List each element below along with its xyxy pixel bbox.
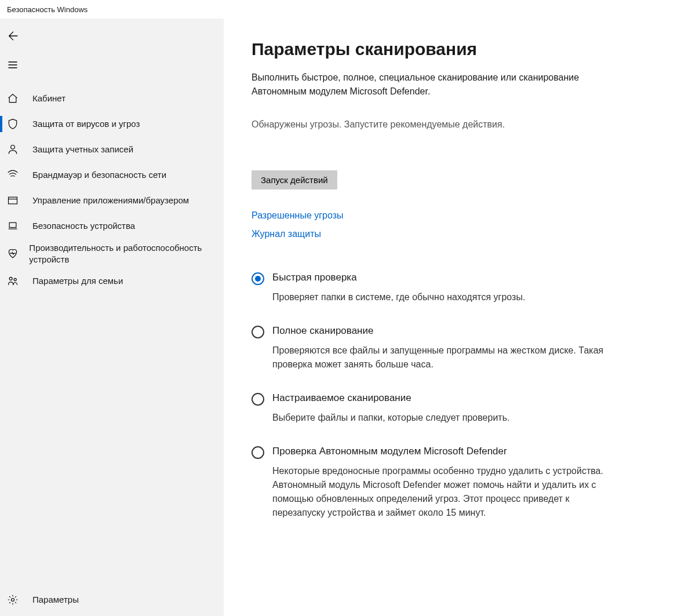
scan-option-desc: Некоторые вредоносные программы особенно…: [272, 464, 611, 520]
svg-point-5: [12, 599, 14, 602]
sidebar-bottom: Параметры: [0, 587, 224, 616]
back-arrow-icon: [7, 30, 20, 42]
scan-options: Быстрая проверка Проверяет папки в систе…: [252, 272, 611, 520]
scan-option-desc: Проверяются все файлы и запущенные прогр…: [272, 344, 611, 371]
sidebar-item-label: Брандмауэр и безопасность сети: [32, 169, 173, 181]
main-content: Параметры сканирования Выполнить быстрое…: [224, 19, 696, 616]
run-actions-button[interactable]: Запуск действий: [252, 170, 337, 189]
scan-option-title: Быстрая проверка: [272, 272, 611, 283]
page-title: Параметры сканирования: [252, 39, 668, 59]
sidebar-item-family[interactable]: Параметры для семьи: [0, 268, 224, 294]
titlebar: Безопасность Windows: [0, 0, 696, 19]
scan-text: Полное сканирование Проверяются все файл…: [272, 325, 611, 371]
sidebar-item-settings[interactable]: Параметры: [0, 587, 224, 613]
svg-point-0: [11, 145, 15, 150]
hamburger-icon: [7, 59, 19, 71]
radio-col: [252, 392, 272, 425]
scan-text: Настраиваемое сканирование Выберите файл…: [272, 392, 611, 425]
app-body: Кабинет Защита от вирусов и угроз: [0, 19, 696, 616]
svg-point-3: [9, 277, 12, 280]
sidebar-item-firewall[interactable]: Брандмауэр и безопасность сети: [0, 162, 224, 188]
sidebar-item-label: Управление приложениями/браузером: [32, 195, 196, 206]
status-text: Обнаружены угрозы. Запустите рекомендуем…: [252, 119, 668, 130]
home-icon: [7, 93, 32, 104]
protection-history-link[interactable]: Журнал защиты: [252, 229, 668, 239]
svg-rect-1: [9, 197, 17, 204]
allowed-threats-link[interactable]: Разрешенные угрозы: [252, 210, 668, 221]
sidebar-item-home[interactable]: Кабинет: [0, 86, 224, 111]
radio-col: [252, 446, 272, 520]
scan-option-custom[interactable]: Настраиваемое сканирование Выберите файл…: [252, 392, 611, 425]
sidebar-item-label: Защита от вирусов и угроз: [32, 118, 147, 130]
sidebar-item-label: Параметры для семьи: [32, 275, 130, 287]
radio-offline[interactable]: [252, 446, 264, 459]
family-icon: [7, 275, 32, 287]
scan-text: Проверка Автономным модулем Microsoft De…: [272, 446, 611, 520]
sidebar-item-label: Производительность и работоспособность у…: [29, 242, 224, 265]
svg-point-4: [14, 278, 16, 280]
scan-option-offline[interactable]: Проверка Автономным модулем Microsoft De…: [252, 446, 611, 520]
window-title: Безопасность Windows: [7, 5, 88, 14]
sidebar-item-label: Безопасность устройства: [32, 220, 142, 232]
svg-rect-2: [9, 223, 16, 227]
scan-option-title: Проверка Автономным модулем Microsoft De…: [272, 446, 611, 457]
sidebar-item-health[interactable]: Производительность и работоспособность у…: [0, 239, 224, 268]
sidebar-item-label: Кабинет: [32, 93, 72, 104]
sidebar-item-label: Параметры: [32, 594, 86, 606]
hamburger-button[interactable]: [0, 52, 28, 78]
radio-col: [252, 272, 272, 304]
radio-quick[interactable]: [252, 272, 264, 285]
scan-option-quick[interactable]: Быстрая проверка Проверяет папки в систе…: [252, 272, 611, 304]
sidebar-item-virus[interactable]: Защита от вирусов и угроз: [0, 111, 224, 137]
radio-full[interactable]: [252, 326, 264, 338]
person-icon: [7, 144, 32, 155]
links-block: Разрешенные угрозы Журнал защиты: [252, 210, 668, 239]
scan-text: Быстрая проверка Проверяет папки в систе…: [272, 272, 611, 304]
scan-option-title: Полное сканирование: [272, 325, 611, 337]
scan-option-desc: Проверяет папки в системе, где обычно на…: [272, 290, 611, 304]
scan-option-full[interactable]: Полное сканирование Проверяются все файл…: [252, 325, 611, 371]
laptop-icon: [7, 220, 32, 232]
sidebar-top: Кабинет Защита от вирусов и угроз: [0, 23, 224, 587]
shield-icon: [7, 118, 32, 130]
sidebar-item-account[interactable]: Защита учетных записей: [0, 137, 224, 162]
sidebar-item-label: Защита учетных записей: [32, 144, 140, 155]
app-root: Безопасность Windows: [0, 0, 696, 616]
network-icon: [7, 169, 32, 181]
back-button[interactable]: [0, 23, 28, 49]
radio-col: [252, 325, 272, 371]
gear-icon: [7, 594, 32, 606]
app-browser-icon: [7, 195, 32, 206]
heart-icon: [7, 248, 29, 260]
scan-option-desc: Выберите файлы и папки, которые следует …: [272, 411, 611, 425]
scan-option-title: Настраиваемое сканирование: [272, 392, 611, 404]
page-subtitle: Выполнить быстрое, полное, специальное с…: [252, 71, 599, 99]
sidebar-item-appcontrol[interactable]: Управление приложениями/браузером: [0, 188, 224, 213]
sidebar-item-device-security[interactable]: Безопасность устройства: [0, 213, 224, 239]
radio-custom[interactable]: [252, 393, 264, 406]
sidebar: Кабинет Защита от вирусов и угроз: [0, 19, 224, 616]
